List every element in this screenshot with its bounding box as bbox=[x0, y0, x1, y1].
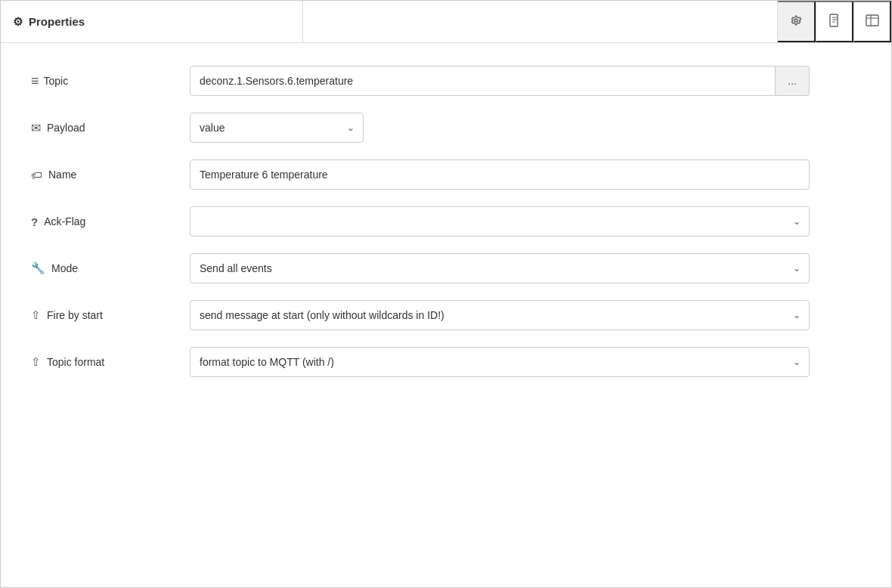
topic-input-group: ... bbox=[190, 66, 810, 96]
fire-by-start-icon: ⇧ bbox=[31, 308, 41, 322]
payload-label: ✉ Payload bbox=[31, 121, 190, 135]
ellipsis-label: ... bbox=[788, 75, 797, 87]
table-button[interactable] bbox=[853, 1, 891, 42]
topic-label: ≡ Topic bbox=[31, 73, 190, 89]
topic-format-select[interactable]: format topic to MQTT (with /) keep as is… bbox=[190, 347, 810, 377]
payload-select-wrapper: value JSON plain ⌄ bbox=[190, 113, 364, 143]
name-input[interactable] bbox=[190, 159, 810, 190]
topic-label-text: Topic bbox=[44, 75, 69, 87]
ack-flag-label: ? Ack-Flag bbox=[31, 215, 190, 228]
form-content: ≡ Topic ... ✉ Payload v bbox=[1, 43, 891, 416]
mode-label-text: Mode bbox=[51, 262, 78, 274]
header-tabs bbox=[303, 1, 777, 42]
topic-icon: ≡ bbox=[31, 73, 38, 89]
ack-flag-row: ? Ack-Flag true false ⌄ bbox=[31, 206, 861, 237]
topic-row: ≡ Topic ... bbox=[31, 66, 861, 96]
document-button[interactable] bbox=[816, 1, 853, 42]
ack-flag-label-text: Ack-Flag bbox=[44, 215, 85, 227]
mode-control: Send all events Send changes only Never … bbox=[190, 253, 810, 283]
fire-by-start-row: ⇧ Fire by start send message at start (o… bbox=[31, 300, 861, 330]
panel-title: Properties bbox=[29, 15, 85, 28]
topic-format-label: ⇧ Topic format bbox=[31, 355, 190, 369]
svg-rect-1 bbox=[866, 15, 878, 26]
settings-button[interactable] bbox=[778, 1, 816, 42]
header-title: ⚙ Properties bbox=[13, 15, 85, 29]
payload-row: ✉ Payload value JSON plain ⌄ bbox=[31, 113, 861, 143]
document-icon bbox=[829, 14, 841, 30]
mode-label: 🔧 Mode bbox=[31, 262, 190, 275]
fire-by-start-label: ⇧ Fire by start bbox=[31, 308, 190, 322]
ack-flag-icon: ? bbox=[31, 215, 38, 228]
name-icon: 🏷 bbox=[31, 169, 42, 181]
ack-flag-select[interactable]: true false bbox=[190, 206, 810, 237]
fire-by-start-control: send message at start (only without wild… bbox=[190, 300, 810, 330]
mode-select[interactable]: Send all events Send changes only Never bbox=[190, 253, 810, 283]
header-title-area: ⚙ Properties bbox=[1, 1, 303, 42]
mode-row: 🔧 Mode Send all events Send changes only… bbox=[31, 253, 861, 283]
ack-flag-control: true false ⌄ bbox=[190, 206, 810, 237]
svg-rect-0 bbox=[830, 14, 838, 26]
topic-format-select-wrapper: format topic to MQTT (with /) keep as is… bbox=[190, 347, 810, 377]
payload-icon: ✉ bbox=[31, 121, 41, 135]
table-icon bbox=[866, 14, 879, 29]
header: ⚙ Properties bbox=[1, 1, 891, 43]
topic-format-icon: ⇧ bbox=[31, 355, 41, 369]
name-control bbox=[190, 159, 810, 190]
header-actions bbox=[777, 1, 891, 42]
fire-by-start-select[interactable]: send message at start (only without wild… bbox=[190, 300, 810, 330]
topic-format-row: ⇧ Topic format format topic to MQTT (wit… bbox=[31, 347, 861, 377]
fire-by-start-select-wrapper: send message at start (only without wild… bbox=[190, 300, 810, 330]
mode-icon: 🔧 bbox=[31, 262, 45, 275]
name-label: 🏷 Name bbox=[31, 169, 190, 181]
topic-control: ... bbox=[190, 66, 810, 96]
topic-format-label-text: Topic format bbox=[47, 356, 104, 368]
fire-by-start-label-text: Fire by start bbox=[47, 309, 103, 321]
topic-format-control: format topic to MQTT (with /) keep as is… bbox=[190, 347, 810, 377]
mode-select-wrapper: Send all events Send changes only Never … bbox=[190, 253, 810, 283]
payload-control: value JSON plain ⌄ bbox=[190, 113, 810, 143]
topic-ellipsis-button[interactable]: ... bbox=[776, 66, 810, 96]
ack-flag-select-wrapper: true false ⌄ bbox=[190, 206, 810, 237]
name-label-text: Name bbox=[48, 169, 76, 181]
properties-panel: ⚙ Properties bbox=[0, 0, 892, 588]
payload-select[interactable]: value JSON plain bbox=[190, 113, 364, 143]
payload-label-text: Payload bbox=[47, 122, 85, 134]
gear-icon: ⚙ bbox=[13, 15, 23, 29]
settings-icon bbox=[790, 14, 802, 29]
topic-input[interactable] bbox=[190, 66, 776, 96]
name-row: 🏷 Name bbox=[31, 159, 861, 190]
